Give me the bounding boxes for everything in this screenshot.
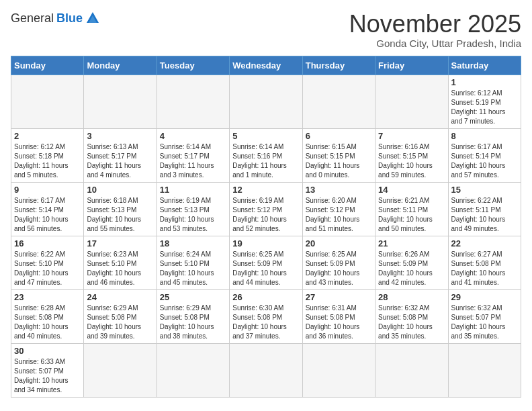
day-info: Sunrise: 6:23 AM Sunset: 5:10 PM Dayligh… <box>87 250 153 287</box>
day-cell <box>448 343 521 397</box>
day-cell: 17Sunrise: 6:23 AM Sunset: 5:10 PM Dayli… <box>84 236 157 289</box>
day-number: 12 <box>232 185 299 195</box>
day-info: Sunrise: 6:28 AM Sunset: 5:08 PM Dayligh… <box>14 304 81 341</box>
day-info: Sunrise: 6:14 AM Sunset: 5:16 PM Dayligh… <box>232 142 299 180</box>
day-info: Sunrise: 6:17 AM Sunset: 5:14 PM Dayligh… <box>451 142 518 180</box>
week-row-6: 30Sunrise: 6:33 AM Sunset: 5:07 PM Dayli… <box>11 343 521 397</box>
day-info: Sunrise: 6:25 AM Sunset: 5:09 PM Dayligh… <box>232 250 299 287</box>
day-cell: 21Sunrise: 6:26 AM Sunset: 5:09 PM Dayli… <box>375 236 448 289</box>
day-number: 28 <box>378 292 445 302</box>
day-info: Sunrise: 6:19 AM Sunset: 5:12 PM Dayligh… <box>232 196 299 234</box>
day-cell <box>375 343 448 397</box>
day-info: Sunrise: 6:29 AM Sunset: 5:08 PM Dayligh… <box>87 304 153 341</box>
column-header-saturday: Saturday <box>448 56 521 75</box>
day-info: Sunrise: 6:12 AM Sunset: 5:19 PM Dayligh… <box>451 89 518 126</box>
day-cell: 1Sunrise: 6:12 AM Sunset: 5:19 PM Daylig… <box>448 75 521 128</box>
day-info: Sunrise: 6:22 AM Sunset: 5:10 PM Dayligh… <box>14 250 81 287</box>
day-number: 18 <box>160 238 226 248</box>
day-cell: 27Sunrise: 6:31 AM Sunset: 5:08 PM Dayli… <box>302 289 375 343</box>
day-number: 4 <box>160 131 226 141</box>
calendar-table: SundayMondayTuesdayWednesdayThursdayFrid… <box>11 56 521 398</box>
day-number: 6 <box>306 131 372 141</box>
day-cell: 8Sunrise: 6:17 AM Sunset: 5:14 PM Daylig… <box>448 128 521 182</box>
day-number: 7 <box>378 131 445 141</box>
day-number: 5 <box>232 131 299 141</box>
day-cell: 15Sunrise: 6:22 AM Sunset: 5:11 PM Dayli… <box>448 182 521 236</box>
column-header-friday: Friday <box>375 56 448 75</box>
day-info: Sunrise: 6:27 AM Sunset: 5:08 PM Dayligh… <box>451 250 518 287</box>
day-info: Sunrise: 6:30 AM Sunset: 5:08 PM Dayligh… <box>232 304 299 341</box>
header-row: SundayMondayTuesdayWednesdayThursdayFrid… <box>11 56 521 75</box>
day-cell <box>84 343 157 397</box>
day-info: Sunrise: 6:31 AM Sunset: 5:08 PM Dayligh… <box>306 304 372 341</box>
logo-blue: Blue <box>56 11 83 26</box>
column-header-monday: Monday <box>84 56 157 75</box>
day-cell <box>157 75 229 128</box>
day-number: 14 <box>378 185 445 195</box>
day-cell: 4Sunrise: 6:14 AM Sunset: 5:17 PM Daylig… <box>157 128 229 182</box>
day-number: 27 <box>306 292 372 302</box>
column-header-tuesday: Tuesday <box>157 56 229 75</box>
day-info: Sunrise: 6:26 AM Sunset: 5:09 PM Dayligh… <box>378 250 445 287</box>
day-number: 17 <box>87 238 153 248</box>
day-info: Sunrise: 6:15 AM Sunset: 5:15 PM Dayligh… <box>306 142 372 180</box>
day-info: Sunrise: 6:16 AM Sunset: 5:15 PM Dayligh… <box>378 142 445 180</box>
day-number: 29 <box>451 292 518 302</box>
day-cell: 20Sunrise: 6:25 AM Sunset: 5:09 PM Dayli… <box>302 236 375 289</box>
day-info: Sunrise: 6:22 AM Sunset: 5:11 PM Dayligh… <box>451 196 518 234</box>
day-cell: 18Sunrise: 6:24 AM Sunset: 5:10 PM Dayli… <box>157 236 229 289</box>
day-number: 19 <box>232 238 299 248</box>
day-number: 1 <box>451 77 518 87</box>
day-cell <box>11 75 84 128</box>
day-number: 22 <box>451 238 518 248</box>
day-number: 2 <box>14 131 81 141</box>
day-cell: 19Sunrise: 6:25 AM Sunset: 5:09 PM Dayli… <box>230 236 302 289</box>
day-number: 10 <box>87 185 153 195</box>
day-info: Sunrise: 6:13 AM Sunset: 5:17 PM Dayligh… <box>87 142 153 180</box>
month-title: November 2025 <box>349 11 521 38</box>
day-cell: 16Sunrise: 6:22 AM Sunset: 5:10 PM Dayli… <box>11 236 84 289</box>
day-cell: 6Sunrise: 6:15 AM Sunset: 5:15 PM Daylig… <box>302 128 375 182</box>
day-info: Sunrise: 6:33 AM Sunset: 5:07 PM Dayligh… <box>14 357 81 395</box>
day-info: Sunrise: 6:29 AM Sunset: 5:08 PM Dayligh… <box>160 304 226 341</box>
day-cell: 24Sunrise: 6:29 AM Sunset: 5:08 PM Dayli… <box>84 289 157 343</box>
day-cell <box>302 343 375 397</box>
day-cell: 11Sunrise: 6:19 AM Sunset: 5:13 PM Dayli… <box>157 182 229 236</box>
day-number: 24 <box>87 292 153 302</box>
day-info: Sunrise: 6:14 AM Sunset: 5:17 PM Dayligh… <box>160 142 226 180</box>
day-number: 11 <box>160 185 226 195</box>
day-cell: 13Sunrise: 6:20 AM Sunset: 5:12 PM Dayli… <box>302 182 375 236</box>
column-header-thursday: Thursday <box>302 56 375 75</box>
day-cell: 10Sunrise: 6:18 AM Sunset: 5:13 PM Dayli… <box>84 182 157 236</box>
day-cell <box>375 75 448 128</box>
day-number: 15 <box>451 185 518 195</box>
logo-area: General Blue <box>11 11 100 26</box>
day-number: 20 <box>306 238 372 248</box>
day-cell <box>84 75 157 128</box>
day-cell: 5Sunrise: 6:14 AM Sunset: 5:16 PM Daylig… <box>230 128 302 182</box>
day-number: 13 <box>306 185 372 195</box>
day-info: Sunrise: 6:25 AM Sunset: 5:09 PM Dayligh… <box>306 250 372 287</box>
day-cell: 14Sunrise: 6:21 AM Sunset: 5:11 PM Dayli… <box>375 182 448 236</box>
day-info: Sunrise: 6:19 AM Sunset: 5:13 PM Dayligh… <box>160 196 226 234</box>
day-number: 3 <box>87 131 153 141</box>
day-cell: 2Sunrise: 6:12 AM Sunset: 5:18 PM Daylig… <box>11 128 84 182</box>
day-number: 26 <box>232 292 299 302</box>
day-number: 21 <box>378 238 445 248</box>
title-area: November 2025 Gonda City, Uttar Pradesh,… <box>349 11 521 49</box>
column-header-wednesday: Wednesday <box>230 56 302 75</box>
day-cell: 29Sunrise: 6:32 AM Sunset: 5:07 PM Dayli… <box>448 289 521 343</box>
day-cell: 9Sunrise: 6:17 AM Sunset: 5:14 PM Daylig… <box>11 182 84 236</box>
logo: General Blue <box>11 11 100 26</box>
day-cell <box>157 343 229 397</box>
week-row-4: 16Sunrise: 6:22 AM Sunset: 5:10 PM Dayli… <box>11 236 521 289</box>
day-info: Sunrise: 6:20 AM Sunset: 5:12 PM Dayligh… <box>306 196 372 234</box>
column-header-sunday: Sunday <box>11 56 84 75</box>
day-cell: 28Sunrise: 6:32 AM Sunset: 5:08 PM Dayli… <box>375 289 448 343</box>
day-info: Sunrise: 6:12 AM Sunset: 5:18 PM Dayligh… <box>14 142 81 180</box>
day-number: 8 <box>451 131 518 141</box>
day-info: Sunrise: 6:21 AM Sunset: 5:11 PM Dayligh… <box>378 196 445 234</box>
day-number: 25 <box>160 292 226 302</box>
day-info: Sunrise: 6:17 AM Sunset: 5:14 PM Dayligh… <box>14 196 81 234</box>
day-cell <box>230 75 302 128</box>
